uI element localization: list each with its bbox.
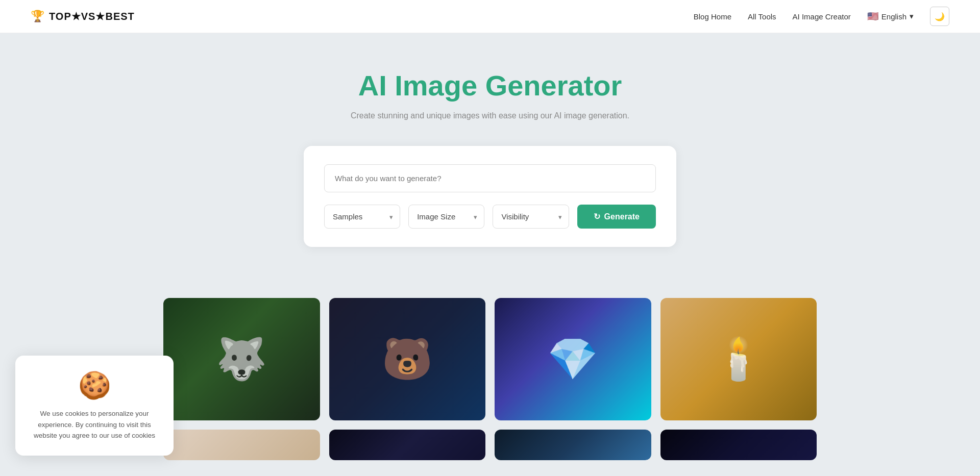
refresh-icon: ↻ bbox=[594, 212, 600, 221]
header: 🏆 TOP★VS★BEST Blog Home All Tools AI Ima… bbox=[0, 0, 980, 33]
hero-section: AI Image Generator Create stunning and u… bbox=[0, 33, 980, 272]
page-title: AI Image Generator bbox=[10, 69, 970, 102]
chevron-down-icon: ▾ bbox=[910, 12, 914, 21]
visibility-select-wrapper: Visibility Public Private ▾ bbox=[493, 205, 569, 229]
gallery-section: 🐺 🐻 💎 🕯️ bbox=[153, 298, 827, 460]
flag-icon: 🇺🇸 bbox=[867, 11, 878, 22]
gallery-item-bear[interactable]: 🐻 bbox=[329, 298, 486, 420]
main-nav: Blog Home All Tools AI Image Creator 🇺🇸 … bbox=[694, 7, 949, 26]
gallery-grid-row2 bbox=[163, 430, 817, 460]
generate-button[interactable]: ↻ Generate bbox=[577, 205, 656, 229]
samples-select[interactable]: Samples 1 2 4 bbox=[324, 205, 400, 229]
gallery-grid-row1: 🐺 🐻 💎 🕯️ bbox=[163, 298, 817, 420]
moon-icon: 🌙 bbox=[935, 12, 945, 21]
gallery-item-bottom2[interactable] bbox=[329, 430, 486, 460]
cookie-icon: 🍪 bbox=[78, 370, 111, 401]
logo[interactable]: 🏆 TOP★VS★BEST bbox=[31, 10, 135, 23]
candles-image: 🕯️ bbox=[660, 298, 817, 420]
image-size-select-wrapper: Image Size 256×256 512×512 1024×1024 ▾ bbox=[408, 205, 484, 229]
nav-blog-home[interactable]: Blog Home bbox=[694, 12, 731, 21]
gem-image: 💎 bbox=[495, 298, 651, 420]
gallery-item-bottom3[interactable] bbox=[495, 430, 651, 460]
samples-select-wrapper: Samples 1 2 4 ▾ bbox=[324, 205, 400, 229]
gallery-item-bottom1[interactable] bbox=[163, 430, 320, 460]
gallery-item-gem[interactable]: 💎 bbox=[495, 298, 651, 420]
nav-all-tools[interactable]: All Tools bbox=[748, 12, 776, 21]
cookie-banner: 🍪 We use cookies to personalize your exp… bbox=[15, 356, 174, 456]
cookie-icon-wrapper: 🍪 bbox=[31, 370, 158, 401]
visibility-select[interactable]: Visibility Public Private bbox=[493, 205, 569, 229]
hero-subtitle: Create stunning and unique images with e… bbox=[10, 111, 970, 120]
gallery-item-candles[interactable]: 🕯️ bbox=[660, 298, 817, 420]
gallery-item-wolf[interactable]: 🐺 bbox=[163, 298, 320, 420]
dark-mode-toggle[interactable]: 🌙 bbox=[930, 7, 949, 26]
lang-label: English bbox=[881, 12, 906, 21]
wolf-image: 🐺 bbox=[163, 298, 320, 420]
cookie-text: We use cookies to personalize your exper… bbox=[31, 408, 158, 441]
generate-label: Generate bbox=[604, 212, 640, 221]
controls-row: Samples 1 2 4 ▾ Image Size 256×256 512×5… bbox=[324, 205, 656, 229]
logo-text: TOP★VS★BEST bbox=[49, 10, 135, 22]
bear-image: 🐻 bbox=[329, 298, 486, 420]
generator-card: Samples 1 2 4 ▾ Image Size 256×256 512×5… bbox=[304, 146, 676, 247]
prompt-input[interactable] bbox=[324, 164, 656, 192]
trophy-icon: 🏆 bbox=[31, 10, 45, 23]
language-selector[interactable]: 🇺🇸 English ▾ bbox=[867, 11, 914, 22]
nav-ai-image-creator[interactable]: AI Image Creator bbox=[793, 12, 851, 21]
gallery-item-bottom4[interactable] bbox=[660, 430, 817, 460]
image-size-select[interactable]: Image Size 256×256 512×512 1024×1024 bbox=[408, 205, 484, 229]
